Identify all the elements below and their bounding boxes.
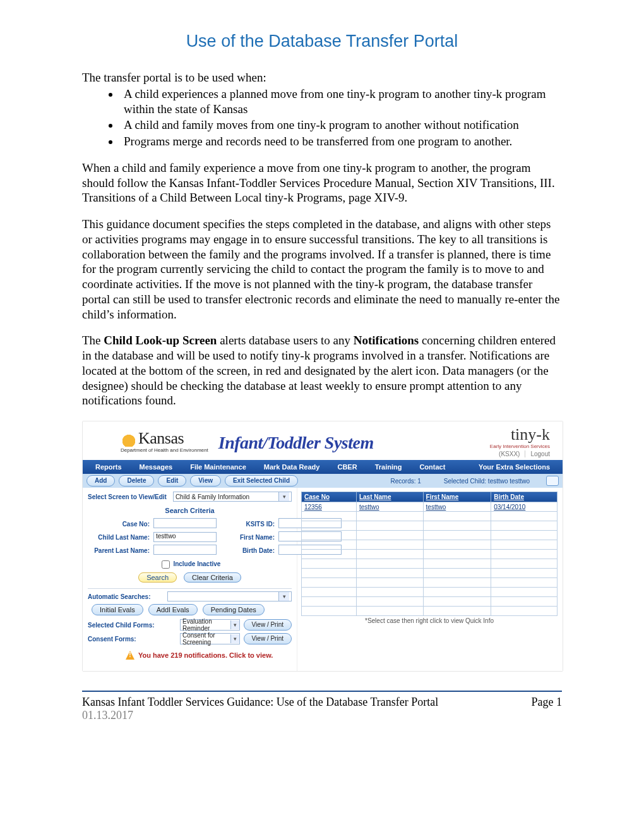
selected-child-forms-value: Evaluation Reminder bbox=[182, 618, 230, 632]
child-last-name-input[interactable]: testtwo bbox=[153, 532, 217, 542]
records-label: Records: 1 bbox=[390, 478, 420, 485]
text: alerts database users to any bbox=[217, 334, 353, 347]
search-criteria-heading: Search Criteria bbox=[88, 507, 292, 514]
table-row bbox=[302, 597, 558, 607]
results-table: Case No Last Name First Name Birth Date … bbox=[301, 492, 558, 616]
kansas-logo-text: Kansas bbox=[138, 430, 184, 447]
footer-title: Kansas Infant Toddler Services Guidance:… bbox=[82, 696, 438, 709]
clear-criteria-button[interactable]: Clear Criteria bbox=[184, 572, 241, 583]
bold-term: Notifications bbox=[354, 334, 419, 347]
app-header: Kansas Department of Health and Environm… bbox=[83, 421, 563, 460]
menu-file-maintenance[interactable]: File Maintenance bbox=[181, 460, 255, 474]
col-birth-date[interactable]: Birth Date bbox=[491, 492, 558, 502]
logout-link[interactable]: Logout bbox=[525, 450, 550, 457]
bullet-item: A child and family moves from one tiny-k… bbox=[120, 118, 562, 133]
exit-selected-child-button[interactable]: Exit Selected Child bbox=[225, 475, 298, 486]
initial-evals-button[interactable]: Initial Evals bbox=[92, 604, 143, 615]
case-no-label: Case No: bbox=[88, 521, 151, 528]
menu-reports[interactable]: Reports bbox=[86, 460, 131, 474]
view-print-button[interactable]: View / Print bbox=[244, 633, 292, 644]
chevron-down-icon: ▾ bbox=[230, 620, 239, 629]
bold-term: Child Look-up Screen bbox=[104, 334, 217, 347]
toolbar: Add Delete Edit View Exit Selected Child… bbox=[83, 474, 563, 488]
include-inactive-label: Include Inactive bbox=[173, 560, 220, 567]
select-screen-value: Child & Family Information bbox=[176, 493, 249, 500]
ksits-id-label: KSITS ID: bbox=[219, 521, 276, 528]
user-label: (KSXX) bbox=[499, 450, 520, 457]
bullet-item: A child experiences a planned move from … bbox=[120, 87, 562, 117]
system-title: Infant/Toddler System bbox=[218, 433, 374, 453]
kansas-sun-icon bbox=[121, 433, 137, 447]
addl-evals-button[interactable]: Addl Evals bbox=[148, 604, 198, 615]
paragraph-3: The Child Look-up Screen alerts database… bbox=[82, 333, 562, 408]
menubar: Reports Messages File Maintenance Mark D… bbox=[83, 460, 563, 474]
cell-birth-date: 03/14/2010 bbox=[491, 502, 558, 512]
first-name-label: First Name: bbox=[219, 534, 276, 541]
table-row bbox=[302, 588, 558, 597]
consent-forms-label: Consent Forms: bbox=[88, 636, 176, 643]
paragraph-1: When a child and family experience a mov… bbox=[82, 160, 562, 205]
include-inactive-checkbox[interactable] bbox=[162, 560, 170, 569]
results-note: *Select case then right click to view Qu… bbox=[301, 617, 558, 624]
delete-button[interactable]: Delete bbox=[119, 475, 154, 486]
parent-last-name-label: Parent Last Name: bbox=[88, 547, 151, 554]
add-button[interactable]: Add bbox=[86, 475, 115, 486]
intro-line: The transfer portal is to be used when: bbox=[82, 70, 562, 85]
footer-date: 01.13.2017 bbox=[82, 709, 438, 722]
page-title: Use of the Database Transfer Portal bbox=[82, 32, 562, 51]
notification-bar[interactable]: You have 219 notifications. Click to vie… bbox=[88, 647, 292, 665]
toolbar-tool-icon[interactable] bbox=[546, 476, 559, 486]
footer-page-number: Page 1 bbox=[532, 696, 563, 709]
col-last-name[interactable]: Last Name bbox=[356, 492, 423, 502]
table-row bbox=[302, 531, 558, 540]
selected-child-forms-dropdown[interactable]: Evaluation Reminder ▾ bbox=[180, 619, 240, 631]
chevron-down-icon: ▾ bbox=[230, 634, 239, 643]
alert-icon bbox=[126, 651, 134, 660]
left-search-pane: Select Screen to View/Edit Child & Famil… bbox=[83, 488, 297, 671]
kansas-subtext: Department of Health and Environment bbox=[121, 448, 208, 453]
view-button[interactable]: View bbox=[190, 475, 221, 486]
parent-last-name-input[interactable] bbox=[153, 545, 217, 555]
menu-contact[interactable]: Contact bbox=[410, 460, 454, 474]
menu-messages[interactable]: Messages bbox=[131, 460, 182, 474]
chevron-down-icon: ▾ bbox=[278, 592, 289, 601]
paragraph-2: This guidance document specifies the ste… bbox=[82, 217, 562, 322]
table-row bbox=[302, 521, 558, 531]
table-row bbox=[302, 607, 558, 616]
select-screen-dropdown[interactable]: Child & Family Information ▾ bbox=[173, 492, 292, 502]
bullet-list: A child experiences a planned move from … bbox=[82, 87, 562, 149]
text: The bbox=[82, 334, 104, 347]
menu-extra-selections[interactable]: Your Extra Selections bbox=[470, 460, 559, 474]
tinyk-subtext: Early Intervention Services bbox=[490, 444, 550, 449]
automatic-searches-label: Automatic Searches: bbox=[88, 593, 167, 600]
col-case-no[interactable]: Case No bbox=[302, 492, 357, 502]
app-screenshot: Kansas Department of Health and Environm… bbox=[82, 421, 563, 672]
table-row[interactable]: 12356 testtwo testtwo 03/14/2010 bbox=[302, 502, 558, 512]
bullet-item: Programs merge and records need to be tr… bbox=[120, 134, 562, 149]
select-screen-label: Select Screen to View/Edit bbox=[88, 493, 170, 500]
table-row bbox=[302, 550, 558, 559]
table-row bbox=[302, 559, 558, 569]
edit-button[interactable]: Edit bbox=[158, 475, 186, 486]
selected-child-label: Selected Child: testtwo testtwo bbox=[444, 478, 530, 485]
case-no-input[interactable] bbox=[153, 518, 217, 528]
search-button[interactable]: Search bbox=[138, 572, 177, 583]
child-last-name-label: Child Last Name: bbox=[88, 534, 151, 541]
menu-cber[interactable]: CBER bbox=[328, 460, 366, 474]
pending-dates-button[interactable]: Pending Dates bbox=[203, 604, 265, 615]
notification-text: You have 219 notifications. Click to vie… bbox=[138, 651, 273, 659]
tinyk-logo: tiny-k bbox=[511, 425, 550, 444]
consent-forms-dropdown[interactable]: Consent for Screening ▾ bbox=[180, 633, 240, 644]
view-print-button[interactable]: View / Print bbox=[244, 619, 292, 631]
menu-mark-data-ready[interactable]: Mark Data Ready bbox=[255, 460, 329, 474]
selected-child-forms-label: Selected Child Forms: bbox=[88, 622, 176, 629]
page-footer: Kansas Infant Toddler Services Guidance:… bbox=[82, 696, 562, 722]
table-row bbox=[302, 578, 558, 588]
birth-date-label: Birth Date: bbox=[219, 547, 276, 554]
automatic-searches-dropdown[interactable]: ▾ bbox=[167, 591, 292, 601]
menu-training[interactable]: Training bbox=[366, 460, 411, 474]
table-row bbox=[302, 512, 558, 521]
table-row bbox=[302, 569, 558, 578]
col-first-name[interactable]: First Name bbox=[423, 492, 491, 502]
cell-first-name: testtwo bbox=[423, 502, 491, 512]
